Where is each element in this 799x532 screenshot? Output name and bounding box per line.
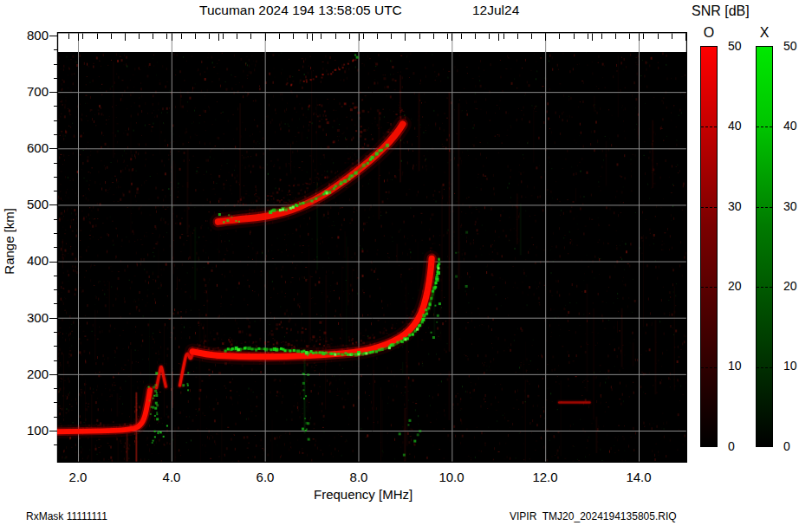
colorbar-title: SNR [dB] xyxy=(692,3,750,19)
colorbar-tick-line xyxy=(701,287,717,288)
y-tick-label: 400 xyxy=(16,254,49,268)
colorbar-tick-line xyxy=(701,367,717,368)
x-tick-label: 10.0 xyxy=(432,470,471,484)
x-tick-label: 14.0 xyxy=(620,470,658,484)
o-mode-colorbar xyxy=(700,46,718,447)
page-title: Tucuman 2024 194 13:58:05 UTC xyxy=(199,3,402,18)
x-mode-colorbar xyxy=(756,46,773,447)
colorbar-tick-line xyxy=(757,127,772,127)
x-colorbar-tick: 0 xyxy=(783,440,790,453)
x-tick-label: 6.0 xyxy=(246,470,284,484)
y-tick-label: 300 xyxy=(16,311,49,325)
x-tick-label: 12.0 xyxy=(526,470,564,484)
y-tick-label: 500 xyxy=(16,198,49,211)
x-mode-label: X xyxy=(756,25,773,41)
colorbar-tick-line xyxy=(701,207,717,208)
colorbar-tick-line xyxy=(757,207,772,208)
ionogram-canvas xyxy=(49,32,687,463)
y-tick-label: 200 xyxy=(16,367,49,381)
x-colorbar-tick: 20 xyxy=(783,280,797,293)
x-colorbar-tick: 50 xyxy=(783,40,797,53)
o-colorbar-tick: 30 xyxy=(728,200,742,213)
o-colorbar-tick: 20 xyxy=(728,280,742,293)
x-tick-label: 2.0 xyxy=(59,470,97,484)
x-tick-label: 4.0 xyxy=(153,470,191,484)
o-colorbar-tick: 10 xyxy=(728,360,742,373)
o-colorbar-tick: 40 xyxy=(728,120,742,133)
y-axis-label: Range [km] xyxy=(2,208,16,275)
o-mode-label: O xyxy=(700,25,718,41)
data-file-label: VIPIR TMJ20_2024194135805.RIQ xyxy=(510,510,677,522)
o-colorbar-tick: 50 xyxy=(728,40,742,53)
date-label: 12Jul24 xyxy=(472,3,519,18)
y-tick-label: 800 xyxy=(16,29,49,42)
y-tick-label: 600 xyxy=(16,141,49,155)
colorbar-tick-line xyxy=(757,367,772,368)
o-colorbar-tick: 0 xyxy=(728,440,735,453)
x-axis-label: Frequency [MHz] xyxy=(314,487,412,502)
rxmask-label: RxMask 11111111 xyxy=(26,510,107,522)
y-tick-label: 100 xyxy=(16,424,49,438)
x-colorbar-tick: 30 xyxy=(783,200,797,213)
colorbar-tick-line xyxy=(701,127,717,127)
x-tick-label: 8.0 xyxy=(340,470,378,484)
ionogram-figure: Tucuman 2024 194 13:58:05 UTC 12Jul24 Ra… xyxy=(0,0,799,532)
x-colorbar-tick: 40 xyxy=(783,120,797,133)
y-tick-label: 700 xyxy=(16,85,49,99)
x-colorbar-tick: 10 xyxy=(783,360,797,373)
colorbar-tick-line xyxy=(757,287,772,288)
